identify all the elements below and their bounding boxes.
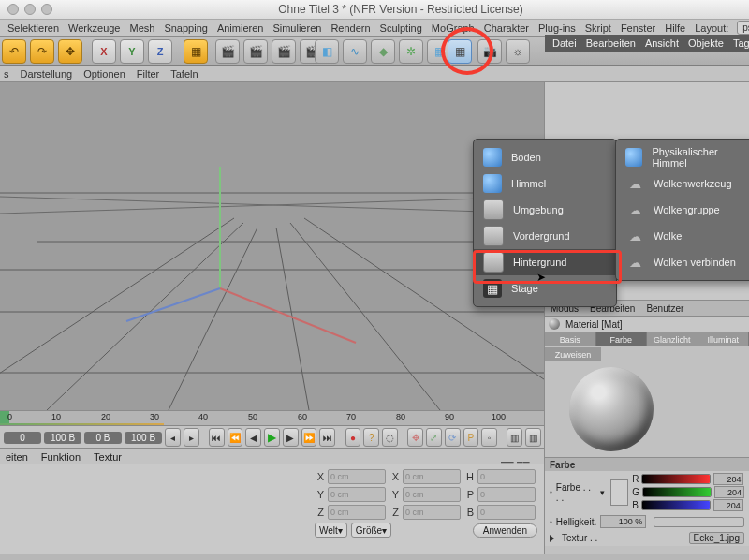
size-x[interactable]: 0 cm <box>403 469 461 484</box>
layout-selector[interactable]: psd <box>737 21 749 35</box>
step-fwd-button[interactable]: ⏩ <box>301 428 317 447</box>
scene-object-menu-2[interactable]: Physikalischer Himmel ☁Wolkenwerkzeug ☁W… <box>615 139 749 281</box>
disclosure-icon[interactable] <box>550 535 554 542</box>
render-image[interactable]: 🎬 <box>215 39 240 64</box>
vp-panels[interactable]: Tafeln <box>170 68 198 80</box>
value-r[interactable]: 204 <box>713 473 743 485</box>
slider-g[interactable] <box>642 487 712 497</box>
menu-plugins[interactable]: Plug-ins <box>534 22 580 35</box>
vp-display[interactable]: Darstellung <box>21 68 73 80</box>
coord-apply-button[interactable]: Anwenden <box>473 523 537 538</box>
tool-redo[interactable]: ↷ <box>30 39 54 64</box>
render-region[interactable]: 🎬 <box>243 39 268 64</box>
menu-window[interactable]: Fenster <box>616 22 660 35</box>
menu-item-hintergrund[interactable]: Hintergrund <box>474 249 616 275</box>
next-key-button[interactable]: ▸ <box>184 428 199 447</box>
play-button[interactable]: ▶ <box>264 428 280 447</box>
timeline-ruler[interactable]: 0 10 20 30 40 50 60 70 80 90 100 <box>0 411 545 426</box>
helligkeit-value[interactable]: 100 % <box>600 515 646 528</box>
menu-item-wolke[interactable]: ☁Wolke <box>616 223 749 249</box>
menu-script[interactable]: Skript <box>580 22 616 35</box>
key-scale[interactable]: ⤢ <box>426 428 442 447</box>
key-param[interactable]: P <box>463 428 479 447</box>
pos-x[interactable]: 0 cm <box>328 469 386 484</box>
slider-b[interactable] <box>641 500 711 510</box>
menu-render[interactable]: Rendern <box>326 22 374 35</box>
vp-filter[interactable]: Filter <box>137 68 159 80</box>
key-rot[interactable]: ⟳ <box>445 428 461 447</box>
frame-current[interactable]: 0 B <box>84 432 122 444</box>
attr-tab-3[interactable]: Textur <box>94 451 122 463</box>
menu-character[interactable]: Charakter <box>479 22 534 35</box>
spline-tool[interactable]: ∿ <box>343 39 367 64</box>
om-objects[interactable]: Objekte <box>688 37 724 49</box>
viewport-perspective[interactable] <box>0 82 545 410</box>
traffic-light-zoom[interactable] <box>41 4 52 15</box>
deformer-tool[interactable]: ✲ <box>399 39 423 64</box>
color-swatch[interactable] <box>610 479 629 506</box>
menu-mesh[interactable]: Mesh <box>125 22 159 35</box>
am-user[interactable]: Benutzer <box>646 303 683 314</box>
menu-item-boden[interactable]: Boden <box>474 144 616 170</box>
tool-move[interactable]: ✥ <box>58 39 82 64</box>
menu-select[interactable]: Selektieren <box>3 22 64 35</box>
menu-tools[interactable]: Werkzeuge <box>64 22 125 35</box>
menu-item-wolkengruppe[interactable]: ☁Wolkengruppe <box>616 197 749 223</box>
menu-item-wolkenverbinden[interactable]: ☁Wolken verbinden <box>616 249 749 275</box>
value-b[interactable]: 204 <box>713 499 743 511</box>
traffic-light-min[interactable] <box>24 4 36 15</box>
axis-x-toggle[interactable]: X <box>92 39 116 64</box>
helligkeit-slider[interactable] <box>654 517 744 527</box>
camera-tool[interactable]: 📷 <box>477 39 502 64</box>
goto-start-button[interactable]: ⏮ <box>209 428 225 447</box>
light-tool[interactable]: ☼ <box>506 39 530 64</box>
vp-options[interactable]: Optionen <box>83 68 125 80</box>
prev-key-button[interactable]: ◂ <box>165 428 181 447</box>
frame-back-button[interactable]: ◀ <box>245 428 261 447</box>
goto-end-button[interactable]: ⏭ <box>319 428 335 447</box>
vp-s[interactable]: s <box>4 68 9 80</box>
menu-mograph[interactable]: MoGraph <box>427 22 479 35</box>
om-view[interactable]: Ansicht <box>645 37 679 49</box>
menu-help[interactable]: Hilfe <box>660 22 690 35</box>
menu-snapping[interactable]: Snapping <box>159 22 213 35</box>
frame-range[interactable]: 100 B <box>125 432 162 444</box>
chip-glanz[interactable]: Glanzlicht <box>647 332 698 346</box>
menu-item-himmel[interactable]: Himmel <box>474 170 616 197</box>
attr-tab-1[interactable]: eiten <box>6 451 28 463</box>
primitive-cube[interactable]: ◧ <box>315 39 339 64</box>
menu-simulate[interactable]: Simulieren <box>268 22 326 35</box>
om-file[interactable]: Datei <box>552 37 577 49</box>
autokey-button[interactable]: ? <box>363 428 379 447</box>
size-y[interactable]: 0 cm <box>403 487 461 502</box>
menu-item-stage[interactable]: ▦Stage <box>474 275 616 302</box>
slider-r[interactable] <box>641 474 711 484</box>
step-back-button[interactable]: ⏪ <box>228 428 243 447</box>
tl-extra2[interactable]: ▥ <box>525 428 541 447</box>
frame-start[interactable]: 0 <box>4 432 41 444</box>
tool-undo[interactable]: ↶ <box>2 39 26 64</box>
pos-y[interactable]: 0 cm <box>328 487 386 502</box>
menu-sculpting[interactable]: Sculpting <box>375 22 427 35</box>
record-button[interactable]: ● <box>345 428 361 447</box>
axis-y-toggle[interactable]: Y <box>120 39 144 64</box>
pos-z[interactable]: 0 cm <box>328 505 386 520</box>
size-z[interactable]: 0 cm <box>403 505 461 520</box>
traffic-light-close[interactable] <box>7 4 19 15</box>
scene-object-menu[interactable]: Boden Himmel Umgebung Vordergrund Hinter… <box>473 139 617 307</box>
chip-basis[interactable]: Basis <box>545 332 596 346</box>
chip-zuweisen[interactable]: Zuweisen <box>545 347 601 361</box>
key-pla[interactable]: ◦ <box>481 428 497 447</box>
scene-flyout[interactable]: ▦ <box>448 39 472 64</box>
key-pos[interactable]: ✥ <box>407 428 423 447</box>
frame-end[interactable]: 100 B <box>44 432 81 444</box>
om-tags[interactable]: Tags <box>733 37 749 49</box>
menu-item-vordergrund[interactable]: Vordergrund <box>474 223 616 249</box>
render-settings[interactable]: 🎬 <box>272 39 296 64</box>
menu-item-umgebung[interactable]: Umgebung <box>474 197 616 223</box>
chip-farbe[interactable]: Farbe <box>596 332 648 346</box>
tl-extra1[interactable]: ▥ <box>507 428 522 447</box>
chip-illum[interactable]: Illuminat <box>698 332 750 346</box>
material-preview-sphere[interactable] <box>569 367 654 451</box>
attr-tab-2[interactable]: Funktion <box>41 451 81 463</box>
